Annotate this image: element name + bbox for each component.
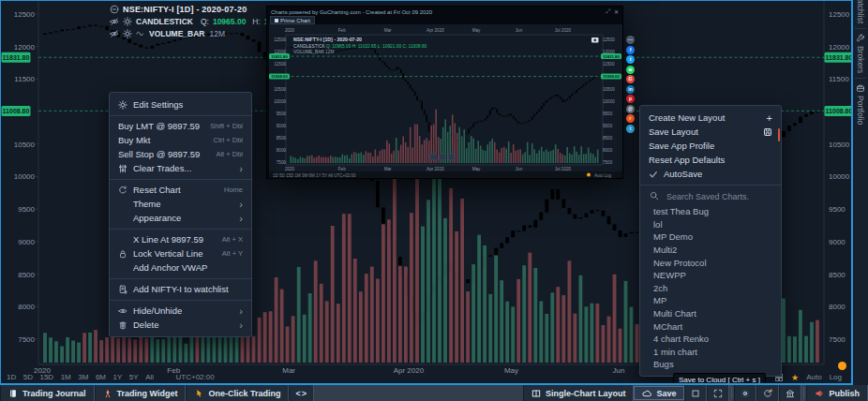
- gear-icon[interactable]: [123, 29, 132, 38]
- saved-chart-item[interactable]: 2ch: [640, 282, 781, 295]
- svg-text:11008.60: 11008.60: [603, 74, 620, 79]
- saved-chart-item[interactable]: Multi2: [640, 244, 781, 257]
- menu-item-edit-settings[interactable]: Edit Settings: [110, 97, 251, 111]
- fullscreen-button[interactable]: [707, 385, 729, 401]
- saved-chart-item[interactable]: lol: [640, 218, 781, 231]
- broker-button[interactable]: [779, 385, 801, 401]
- menu-item-appearance[interactable]: Appearance›: [110, 211, 251, 225]
- trading-widget-button[interactable]: Trading Widget: [95, 385, 187, 401]
- menu-item-save-app-profile[interactable]: Save App Profile: [640, 139, 781, 153]
- saved-chart-item[interactable]: test Thea Bug: [640, 205, 781, 218]
- svg-text:9000: 9000: [829, 238, 846, 246]
- sidebar-tab-brokers[interactable]: Brokers: [856, 29, 865, 78]
- close-icon[interactable]: ✕: [614, 8, 619, 15]
- svg-text:Jun: Jun: [516, 28, 523, 33]
- menu-item-save-layout[interactable]: Save Layout: [640, 125, 781, 139]
- share-twitter-button[interactable]: t: [626, 55, 635, 64]
- menu-item-reset-chart[interactable]: Reset ChartHome: [110, 183, 251, 197]
- saved-charts-search[interactable]: [640, 188, 781, 205]
- share-share-button[interactable]: ⋯: [626, 36, 635, 44]
- scrollbar-thumb[interactable]: [778, 128, 781, 141]
- menu-item-autosave[interactable]: AutoSave: [640, 167, 781, 181]
- timeframe-5D[interactable]: 5D: [23, 373, 33, 381]
- stop-layout-button[interactable]: [684, 385, 707, 401]
- menu-item-hide-unhide[interactable]: Hide/Unhide›: [110, 304, 251, 318]
- svg-text:11831.80: 11831.80: [826, 54, 852, 61]
- svg-text:10500: 10500: [14, 141, 36, 149]
- share-facebook-button[interactable]: f: [626, 46, 635, 54]
- layout-columns-icon: [531, 389, 541, 398]
- saved-chart-item[interactable]: NEWPP: [640, 269, 781, 282]
- share-telegram-button[interactable]: t: [626, 125, 635, 133]
- svg-text:Mar: Mar: [384, 167, 392, 171]
- menu-item-sell-stop[interactable]: Sell Stop @ 9897.59Alt + Dbl: [110, 147, 251, 161]
- svg-text:8500: 8500: [603, 136, 613, 141]
- menu-item-buy-lmt[interactable]: Buy LMT @ 9897.59Shift + Dbl: [110, 119, 251, 133]
- sidebar-tab-portfolio[interactable]: Portfolio: [856, 79, 865, 129]
- gear-icon[interactable]: [123, 17, 132, 26]
- menu-item-x-line[interactable]: X Line At 9897.59Alt + X: [110, 232, 251, 246]
- svg-text:11500: 11500: [14, 75, 35, 83]
- timeframe-15D[interactable]: 15D: [39, 373, 53, 381]
- timeframe-6M[interactable]: 6M: [96, 373, 106, 381]
- snapshot-button[interactable]: [734, 385, 756, 401]
- timeframe-All[interactable]: All: [145, 373, 154, 381]
- divider: [110, 300, 251, 301]
- chart-preview-overlay: Charts powered by GoCharting.com - Creat…: [266, 6, 623, 179]
- zoom-out-icon[interactable]: [110, 5, 119, 14]
- chart-context-menu: Edit SettingsBuy LMT @ 9897.59Shift + Db…: [109, 92, 252, 337]
- saved-chart-item[interactable]: Multi Chart: [640, 307, 781, 320]
- one-click-trading-button[interactable]: One-Click Trading: [186, 385, 289, 401]
- saved-chart-item[interactable]: 1 min chart: [640, 346, 781, 359]
- layout-menu: Create New Layout+Save LayoutSave App Pr…: [639, 105, 782, 377]
- menu-item-clear-trades[interactable]: Clear Trades...›: [110, 161, 251, 175]
- menu-item-theme[interactable]: Theme›: [110, 197, 251, 211]
- menu-item-buy-mkt[interactable]: Buy MktCtrl + Dbl: [110, 133, 251, 147]
- sync-button[interactable]: [756, 385, 779, 401]
- cloud-icon: [642, 389, 651, 398]
- menu-item-reset-app-defaults[interactable]: Reset App Defaults: [640, 153, 781, 167]
- share-pinterest-button[interactable]: p: [626, 95, 635, 103]
- share-buttons: ⋯ftwGinp@rt: [626, 36, 635, 133]
- share-reddit-button[interactable]: r: [626, 114, 635, 123]
- saved-chart-item[interactable]: New Protocol: [640, 256, 781, 269]
- trading-journal-button[interactable]: Trading Journal: [0, 385, 95, 401]
- timeframe-3M[interactable]: 3M: [78, 373, 88, 381]
- saved-chart-item[interactable]: 4 chart Renko: [640, 333, 781, 346]
- code-snippet-button[interactable]: <>: [289, 385, 314, 401]
- wave-icon: [136, 29, 145, 38]
- share-whatsapp-button[interactable]: w: [626, 66, 635, 74]
- publish-button[interactable]: Publish: [806, 385, 868, 401]
- timeframe-1Y[interactable]: 1Y: [113, 373, 123, 381]
- save-button[interactable]: Save: [634, 386, 684, 400]
- sidebar-tab-watchlist[interactable]: Watchlist: [856, 0, 865, 28]
- menu-item-add-anchor-vwap[interactable]: Add Anchor VWAP: [110, 260, 251, 275]
- saved-chart-item[interactable]: MP: [640, 294, 781, 307]
- auto-scale-label[interactable]: Auto: [806, 373, 821, 381]
- timeframe-1D[interactable]: 1D: [7, 373, 16, 381]
- single-chart-layout-button[interactable]: Single-Chart Layout: [523, 385, 635, 401]
- eye-off-icon[interactable]: [110, 29, 119, 38]
- menu-item-lock-vertical-line[interactable]: Lock Vertical LineAlt + Y: [110, 246, 251, 260]
- menu-item-delete[interactable]: Delete›: [110, 318, 251, 332]
- share-email-button[interactable]: @: [626, 105, 635, 113]
- share-linkedin-button[interactable]: in: [626, 85, 635, 94]
- notification-dot[interactable]: [838, 362, 846, 370]
- timezone-label[interactable]: UTC+02:00: [176, 373, 215, 381]
- timeframe-1M[interactable]: 1M: [61, 373, 71, 381]
- expand-icon[interactable]: ⤢: [606, 8, 610, 15]
- search-input[interactable]: [665, 191, 770, 202]
- floppy-icon: [763, 127, 772, 137]
- saved-chart-item[interactable]: MChart: [640, 319, 781, 333]
- symbol-title[interactable]: NSE:NIFTY-I [1D] - 2020-07-20: [123, 5, 247, 14]
- timeframe-5Y[interactable]: 5Y: [129, 373, 139, 381]
- svg-text:11500: 11500: [829, 75, 849, 83]
- menu-item-create-new-layout[interactable]: Create New Layout+: [640, 111, 781, 125]
- saved-chart-item[interactable]: MP Demo: [640, 230, 781, 244]
- menu-item-add-to-watchlist[interactable]: Add NIFTY-I to watchlist: [110, 282, 251, 296]
- log-scale-label[interactable]: Log: [830, 373, 842, 381]
- eye-off-icon[interactable]: [110, 17, 119, 26]
- share-google-plus-button[interactable]: G: [626, 75, 635, 83]
- saved-chart-item[interactable]: Bugs: [640, 358, 781, 371]
- tab-prime-chart[interactable]: Prime Chart: [270, 16, 315, 24]
